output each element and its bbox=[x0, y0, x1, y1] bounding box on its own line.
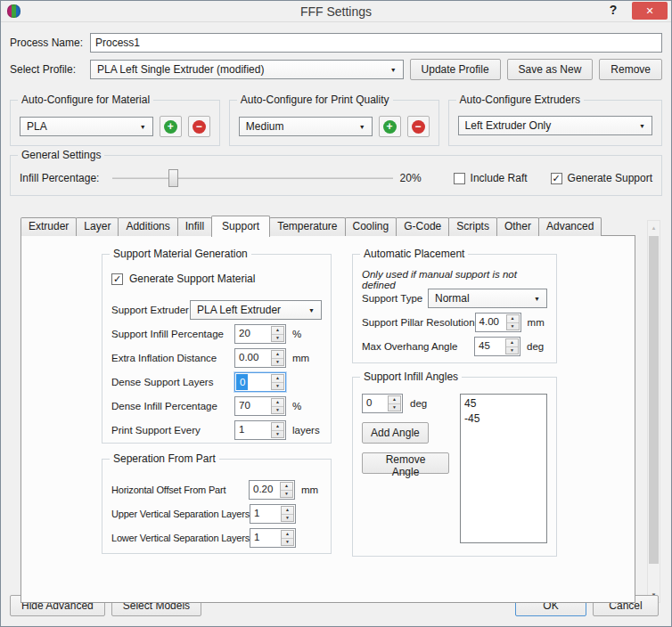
support-type-dropdown[interactable]: Normal ▼ bbox=[428, 289, 547, 308]
spinner-value: 20 bbox=[235, 325, 270, 343]
angle-input-row: 0 ▲ ▼ deg bbox=[362, 394, 449, 413]
spinner-value-selected: 0 bbox=[236, 374, 248, 390]
remove-material-button[interactable]: − bbox=[188, 116, 210, 137]
process-name-row: Process Name: bbox=[10, 33, 662, 53]
angle-list-item[interactable]: -45 bbox=[461, 411, 546, 427]
angle-list-item[interactable]: 45 bbox=[461, 396, 546, 411]
extra-inflation-distance-row: Extra Inflation Distance 0.00 ▲ ▼ mm bbox=[111, 348, 322, 368]
spinner-buttons: ▲ ▼ bbox=[271, 422, 284, 438]
group-title: Auto-Configure for Print Quality bbox=[237, 94, 393, 106]
add-quality-button[interactable]: + bbox=[379, 116, 401, 137]
remove-quality-button[interactable]: − bbox=[407, 116, 430, 137]
include-raft-checkbox[interactable]: Include Raft bbox=[454, 172, 528, 184]
generate-support-material-checkbox[interactable]: ✓ Generate Support Material bbox=[111, 271, 322, 287]
extruders-dropdown[interactable]: Left Extruder Only ▼ bbox=[458, 116, 652, 135]
max-overhang-angle-spinner[interactable]: 45 ▲ ▼ bbox=[474, 337, 520, 356]
print-support-every-spinner[interactable]: 1 ▲ ▼ bbox=[234, 420, 286, 440]
spinner-up-icon[interactable]: ▲ bbox=[272, 375, 283, 383]
update-profile-button[interactable]: Update Profile bbox=[410, 59, 501, 80]
tab-advanced[interactable]: Advanced bbox=[538, 217, 602, 236]
upper-vertical-separation-spinner[interactable]: 1 ▲ ▼ bbox=[250, 504, 296, 524]
spinner-down-icon[interactable]: ▼ bbox=[281, 491, 292, 498]
tab-additions[interactable]: Additions bbox=[118, 217, 177, 236]
spinner-up-icon[interactable]: ▲ bbox=[272, 423, 283, 431]
tab-bar: Extruder Layer Additions Infill Support … bbox=[20, 217, 660, 236]
vertical-scrollbar[interactable]: ▲ ▼ bbox=[647, 220, 660, 603]
spinner-up-icon[interactable]: ▲ bbox=[282, 507, 293, 515]
unit-label: % bbox=[286, 329, 322, 339]
spinner-down-icon[interactable]: ▼ bbox=[272, 359, 283, 366]
chevron-down-icon: ▼ bbox=[359, 124, 365, 130]
tab-infill[interactable]: Infill bbox=[177, 217, 212, 236]
dense-support-layers-spinner[interactable]: 0 ▲ ▼ bbox=[234, 372, 286, 392]
process-name-input[interactable] bbox=[90, 33, 662, 53]
spinner-up-icon[interactable]: ▲ bbox=[507, 315, 519, 323]
unit-label: % bbox=[286, 401, 322, 411]
tab-layer[interactable]: Layer bbox=[76, 217, 119, 236]
support-extruder-dropdown-value: PLA Left Extruder bbox=[197, 304, 303, 316]
spinner-up-icon[interactable]: ▲ bbox=[506, 339, 518, 347]
spinner-down-icon[interactable]: ▼ bbox=[389, 404, 400, 411]
spinner-up-icon[interactable]: ▲ bbox=[282, 531, 293, 539]
angle-list[interactable]: 45 -45 bbox=[460, 394, 547, 543]
remove-angle-button[interactable]: Remove Angle bbox=[362, 452, 449, 474]
checkbox-unchecked-icon bbox=[454, 173, 465, 184]
help-icon[interactable]: ? bbox=[605, 3, 621, 17]
dense-infill-percentage-row: Dense Infill Percentage 70 ▲ ▼ % bbox=[111, 396, 322, 416]
group-title: Auto-Configure Extruders bbox=[456, 94, 584, 106]
auto-configure-extruders-group: Auto-Configure Extruders Left Extruder O… bbox=[448, 100, 662, 146]
dense-infill-percentage-label: Dense Infill Percentage bbox=[111, 401, 234, 411]
close-icon: ✕ bbox=[645, 5, 653, 17]
profile-dropdown[interactable]: PLA Left Single Extruder (modified) ▼ bbox=[90, 60, 404, 79]
spinner-up-icon[interactable]: ▲ bbox=[272, 351, 283, 359]
checkbox-checked-icon: ✓ bbox=[111, 273, 123, 285]
support-pillar-resolution-label: Support Pillar Resolution bbox=[362, 317, 475, 328]
unit-label: mm bbox=[295, 484, 322, 495]
dense-infill-percentage-spinner[interactable]: 70 ▲ ▼ bbox=[234, 396, 286, 416]
remove-profile-button[interactable]: Remove bbox=[599, 59, 662, 80]
generate-support-checkbox[interactable]: ✓ Generate Support bbox=[551, 172, 652, 184]
tab-support[interactable]: Support bbox=[211, 216, 270, 237]
add-material-button[interactable]: + bbox=[160, 116, 182, 137]
spinner-down-icon[interactable]: ▼ bbox=[282, 539, 293, 546]
chevron-down-icon: ▼ bbox=[140, 124, 146, 130]
quality-dropdown[interactable]: Medium ▼ bbox=[239, 117, 373, 136]
close-button[interactable]: ✕ bbox=[632, 2, 668, 20]
extra-inflation-distance-spinner[interactable]: 0.00 ▲ ▼ bbox=[234, 348, 286, 368]
spinner-up-icon[interactable]: ▲ bbox=[272, 327, 283, 335]
add-angle-button[interactable]: Add Angle bbox=[362, 422, 429, 444]
spinner-up-icon[interactable]: ▲ bbox=[272, 399, 283, 407]
minus-icon: − bbox=[412, 120, 425, 134]
support-infill-percentage-spinner[interactable]: 20 ▲ ▼ bbox=[234, 324, 286, 344]
spinner-up-icon[interactable]: ▲ bbox=[389, 396, 400, 404]
slider-handle[interactable] bbox=[168, 169, 178, 187]
lower-vertical-separation-spinner[interactable]: 1 ▲ ▼ bbox=[250, 528, 296, 548]
spinner-down-icon[interactable]: ▼ bbox=[272, 431, 283, 438]
scrollbar-thumb[interactable] bbox=[649, 236, 659, 564]
support-extruder-dropdown[interactable]: PLA Left Extruder ▼ bbox=[190, 300, 322, 320]
save-as-new-button[interactable]: Save as New bbox=[507, 59, 594, 80]
tab-other[interactable]: Other bbox=[496, 217, 539, 236]
minus-icon: − bbox=[193, 120, 206, 134]
tab-scripts[interactable]: Scripts bbox=[448, 217, 497, 236]
spinner-down-icon[interactable]: ▼ bbox=[282, 515, 293, 522]
spinner-down-icon[interactable]: ▼ bbox=[506, 347, 518, 354]
tab-cooling[interactable]: Cooling bbox=[345, 217, 397, 236]
print-support-every-label: Print Support Every bbox=[111, 425, 234, 436]
spinner-buttons: ▲ ▼ bbox=[505, 338, 519, 354]
angle-spinner[interactable]: 0 ▲ ▼ bbox=[362, 394, 403, 413]
spinner-down-icon[interactable]: ▼ bbox=[272, 383, 283, 390]
upper-vertical-separation-label: Upper Vertical Separation Layers bbox=[111, 509, 250, 519]
placement-note: Only used if manual support is not defin… bbox=[362, 269, 547, 283]
spinner-down-icon[interactable]: ▼ bbox=[272, 407, 283, 414]
spinner-up-icon[interactable]: ▲ bbox=[281, 483, 292, 491]
tab-gcode[interactable]: G-Code bbox=[396, 217, 449, 236]
tab-temperature[interactable]: Temperature bbox=[269, 217, 345, 236]
spinner-down-icon[interactable]: ▼ bbox=[507, 323, 519, 330]
horizontal-offset-spinner[interactable]: 0.20 ▲ ▼ bbox=[249, 480, 295, 500]
infill-percentage-slider[interactable] bbox=[112, 169, 393, 187]
tab-extruder[interactable]: Extruder bbox=[20, 217, 77, 236]
spinner-down-icon[interactable]: ▼ bbox=[272, 335, 283, 342]
support-pillar-resolution-spinner[interactable]: 4.00 ▲ ▼ bbox=[475, 313, 521, 332]
material-dropdown[interactable]: PLA ▼ bbox=[20, 117, 153, 136]
